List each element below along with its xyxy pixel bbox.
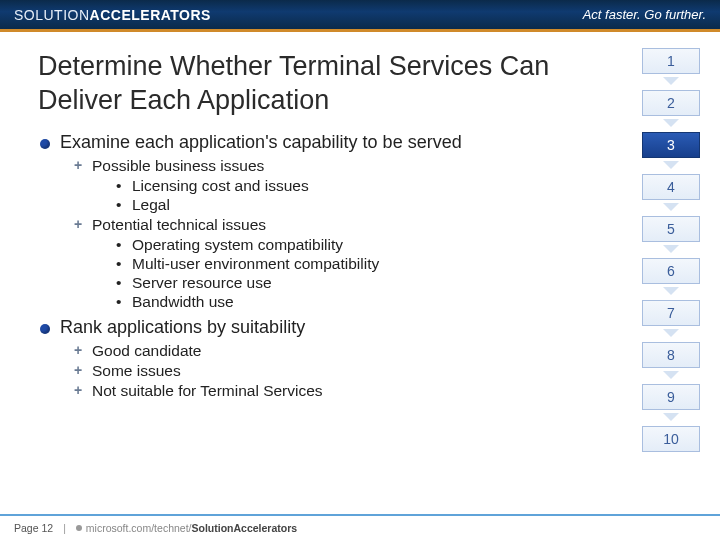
bullet-text: Some issues xyxy=(92,362,181,379)
step-box-4: 4 xyxy=(642,174,700,200)
bullet-lvl3: Bandwidth use xyxy=(116,293,598,311)
bullet-lvl2: Potential technical issues Operating sys… xyxy=(74,216,598,311)
footer-url-light: microsoft.com/technet/ xyxy=(86,522,192,534)
tagline: Act faster. Go further. xyxy=(583,7,706,22)
bullet-text: Multi-user environment compatibility xyxy=(132,255,379,272)
bullet-lvl3: Legal xyxy=(116,196,598,214)
header-bar: SOLUTIONACCELERATORS Act faster. Go furt… xyxy=(0,0,720,32)
content: Examine each application's capability to… xyxy=(38,132,598,400)
bullet-text: Examine each application's capability to… xyxy=(60,132,462,152)
bullet-text: Possible business issues xyxy=(92,157,264,174)
bullet-lvl3: Multi-user environment compatibility xyxy=(116,255,598,273)
slide-title: Determine Whether Terminal Services Can … xyxy=(38,50,598,118)
bullet-text: Not suitable for Terminal Services xyxy=(92,382,323,399)
bullet-lvl3: Server resource use xyxy=(116,274,598,292)
logo-dot-icon xyxy=(76,525,82,531)
separator: | xyxy=(63,522,66,534)
bullet-lvl2: Some issues xyxy=(74,362,598,380)
bullet-text: Good candidate xyxy=(92,342,201,359)
bullet-text: Server resource use xyxy=(132,274,272,291)
brand-light: SOLUTION xyxy=(14,7,90,23)
step-box-5: 5 xyxy=(642,216,700,242)
brand: SOLUTIONACCELERATORS xyxy=(14,7,211,23)
step-box-6: 6 xyxy=(642,258,700,284)
brand-bold: ACCELERATORS xyxy=(90,7,211,23)
bullet-text: Operating system compatibility xyxy=(132,236,343,253)
footer-bar: Page 12 | microsoft.com/technet/Solution… xyxy=(0,514,720,540)
step-box-7: 7 xyxy=(642,300,700,326)
step-box-10: 10 xyxy=(642,426,700,452)
bullet-lvl2: Good candidate xyxy=(74,342,598,360)
footer-url-bold: SolutionAccelerators xyxy=(191,522,297,534)
slide-body: Determine Whether Terminal Services Can … xyxy=(0,32,720,514)
step-box-8: 8 xyxy=(642,342,700,368)
step-box-1: 1 xyxy=(642,48,700,74)
bullet-lvl2: Possible business issues Licensing cost … xyxy=(74,157,598,214)
bullet-lvl2: Not suitable for Terminal Services xyxy=(74,382,598,400)
step-box-9: 9 xyxy=(642,384,700,410)
bullet-text: Bandwidth use xyxy=(132,293,234,310)
step-box-3: 3 xyxy=(642,132,700,158)
bullet-lvl1: Examine each application's capability to… xyxy=(38,132,598,311)
bullet-text: Potential technical issues xyxy=(92,216,266,233)
bullet-lvl3: Operating system compatibility xyxy=(116,236,598,254)
bullet-text: Legal xyxy=(132,196,170,213)
bullet-text: Rank applications by suitability xyxy=(60,317,305,337)
bullet-lvl3: Licensing cost and issues xyxy=(116,177,598,195)
step-indicator: 12345678910 xyxy=(642,48,700,468)
bullet-lvl1: Rank applications by suitability Good ca… xyxy=(38,317,598,400)
bullet-text: Licensing cost and issues xyxy=(132,177,309,194)
page-number: Page 12 xyxy=(14,522,53,534)
step-box-2: 2 xyxy=(642,90,700,116)
